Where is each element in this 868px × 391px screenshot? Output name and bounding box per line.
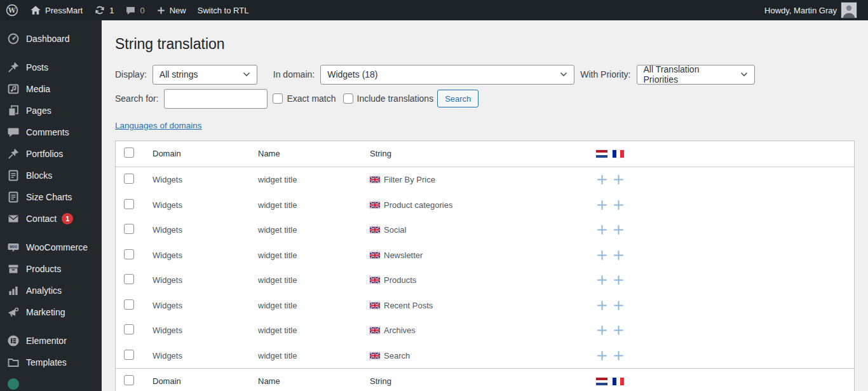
sidebar-item-size-charts[interactable]: Size Charts [0, 186, 102, 208]
string-text: Recent Posts [384, 301, 433, 310]
table-row: Widgetswidget titleFilter By Price [116, 167, 854, 193]
languages-of-domains-link[interactable]: Languages of domains [115, 121, 202, 130]
uk-flag-icon [370, 202, 380, 209]
row-checkbox[interactable] [124, 299, 134, 310]
table-row: Widgetswidget titleSocial [116, 217, 854, 243]
media-icon [7, 83, 20, 95]
add-translation-fr-button[interactable] [613, 250, 624, 261]
name-cell: widget title [250, 351, 362, 360]
in-domain-label: In domain: [273, 69, 315, 79]
add-translation-fr-button[interactable] [613, 275, 624, 285]
add-translation-fr-button[interactable] [613, 325, 624, 336]
add-translation-nl-button[interactable] [597, 350, 607, 361]
include-translations-label: Include translations [357, 93, 434, 104]
select-all-checkbox[interactable] [124, 375, 134, 385]
display-label: Display: [115, 69, 147, 79]
uk-flag-icon [370, 176, 380, 183]
add-translation-fr-button[interactable] [613, 174, 624, 185]
priority-select[interactable]: All Translation Priorities [637, 65, 755, 85]
sidebar-item-marketing[interactable]: Marketing [0, 301, 102, 323]
chevron-down-icon [236, 72, 250, 77]
add-translation-nl-button[interactable] [597, 200, 607, 210]
add-translation-fr-button[interactable] [613, 300, 624, 311]
string-text: Products [384, 275, 416, 285]
add-translation-nl-button[interactable] [597, 224, 607, 235]
row-checkbox[interactable] [124, 174, 134, 184]
admin-bar: W PressMart 1 0 New Switch to RTL Howdy,… [0, 0, 868, 20]
add-translation-nl-button[interactable] [597, 174, 607, 185]
sidebar-item-dashboard[interactable]: Dashboard [0, 28, 102, 50]
search-row: Search for: Exact match Include translat… [115, 89, 855, 109]
row-checkbox[interactable] [124, 350, 134, 360]
add-translation-nl-button[interactable] [597, 300, 607, 311]
table-body: Widgetswidget titleFilter By PriceWidget… [116, 167, 854, 368]
exact-match-label: Exact match [287, 93, 336, 104]
sidebar-item-label: Elementor [26, 336, 67, 346]
in-domain-select[interactable]: Widgets (18) [320, 65, 574, 85]
sidebar-item-elementor[interactable]: Elementor [0, 330, 102, 352]
sidebar-item-label: Products [26, 264, 61, 274]
row-checkbox[interactable] [124, 324, 134, 334]
sidebar-item-media[interactable]: Media [0, 78, 102, 100]
add-translation-fr-button[interactable] [613, 350, 624, 361]
sidebar-item-products[interactable]: Products [0, 258, 102, 280]
add-translation-nl-button[interactable] [597, 250, 607, 261]
row-checkbox[interactable] [124, 274, 134, 284]
sidebar-item-label: Marketing [26, 307, 65, 317]
sidebar-item-label: Contact [26, 214, 57, 224]
sidebar-item-label: WooCommerce [26, 242, 88, 252]
display-select[interactable]: All strings [153, 65, 257, 85]
add-translation-fr-button[interactable] [613, 224, 624, 235]
select-all-checkbox[interactable] [124, 147, 134, 158]
switch-to-rtl-button[interactable]: Switch to RTL [192, 0, 255, 20]
update-icon [94, 4, 105, 16]
sidebar-item-portfolios[interactable]: Portfolios [0, 143, 102, 165]
my-account-menu[interactable]: Howdy, Martin Gray [759, 0, 863, 20]
name-cell: widget title [250, 200, 362, 210]
sidebar-item-posts[interactable]: Posts [0, 57, 102, 78]
svg-text:WOO: WOO [10, 245, 17, 249]
sidebar-item-label: Templates [26, 357, 67, 367]
sidebar-item-comments[interactable]: Comments [0, 121, 102, 143]
comments-menu[interactable]: 0 [119, 0, 150, 20]
sidebar-item-label: Posts [26, 62, 48, 72]
new-label: New [170, 6, 186, 15]
avatar [841, 2, 857, 18]
plus-icon [156, 6, 166, 15]
search-button[interactable]: Search [437, 90, 478, 107]
site-name-menu[interactable]: PressMart [24, 0, 88, 20]
sidebar-group: ElementorTemplates [0, 330, 102, 391]
exact-match-checkbox[interactable] [273, 93, 283, 104]
row-checkbox[interactable] [124, 224, 134, 234]
sidebar-item-contact[interactable]: Contact1 [0, 208, 102, 230]
home-icon [30, 4, 41, 16]
pushpin-icon [7, 147, 20, 160]
sidebar-item-blocks[interactable]: Blocks [0, 165, 102, 186]
include-translations-checkbox[interactable] [343, 93, 353, 104]
string-column-header: String [362, 149, 593, 158]
sidebar-item-templates[interactable]: Templates [0, 352, 102, 373]
row-checkbox[interactable] [124, 199, 134, 209]
add-translation-fr-button[interactable] [613, 200, 624, 210]
domain-cell: Widgets [145, 351, 250, 360]
filters-row: Display: All strings In domain: Widgets … [115, 65, 855, 85]
domain-cell: Widgets [145, 326, 250, 335]
domain-column-header: Domain [145, 376, 250, 386]
add-translation-nl-button[interactable] [597, 325, 607, 336]
comments-count: 0 [140, 6, 144, 15]
row-checkbox[interactable] [124, 249, 134, 259]
table-row: Widgetswidget titleProduct categories [116, 192, 854, 217]
sidebar-item-plugin[interactable] [0, 373, 102, 391]
add-translation-nl-button[interactable] [597, 275, 607, 285]
name-cell: widget title [250, 301, 362, 310]
sidebar-item-analytics[interactable]: Analytics [0, 280, 102, 301]
site-name-label: PressMart [45, 6, 83, 15]
search-input[interactable] [164, 89, 268, 109]
sidebar-item-label: Blocks [26, 170, 52, 181]
new-content-menu[interactable]: New [151, 0, 192, 20]
updates-menu[interactable]: 1 [88, 0, 119, 20]
wordpress-logo-menu[interactable]: W [0, 0, 24, 20]
sidebar-item-woocommerce[interactable]: WOOWooCommerce [0, 237, 102, 258]
sidebar-item-pages[interactable]: Pages [0, 100, 102, 121]
wordpress-logo-icon: W [6, 4, 18, 17]
